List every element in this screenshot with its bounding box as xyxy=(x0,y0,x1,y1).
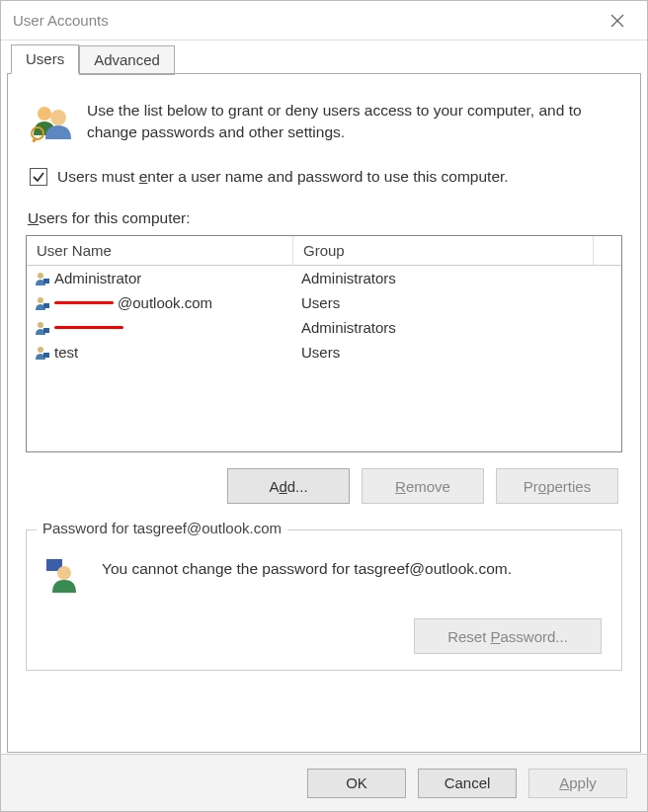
redacted-text xyxy=(54,326,123,329)
tab-panel-users: Use the list below to grant or deny user… xyxy=(7,73,641,753)
users-list-label: Users for this computer: xyxy=(28,209,620,227)
user-icon xyxy=(35,320,50,336)
tab-advanced[interactable]: Advanced xyxy=(79,45,175,75)
table-row[interactable]: Administrators xyxy=(27,315,621,340)
password-user-icon xyxy=(42,556,80,597)
group-text: Administrators xyxy=(293,319,621,336)
username-text: test xyxy=(54,344,78,361)
column-group[interactable]: Group xyxy=(293,236,594,265)
svg-point-6 xyxy=(38,273,43,279)
tab-strip: Users Advanced xyxy=(1,44,647,74)
close-icon xyxy=(610,14,624,28)
ok-button[interactable]: OK xyxy=(307,769,406,798)
redacted-text xyxy=(54,301,114,304)
intro-section: Use the list below to grant or deny user… xyxy=(30,100,618,146)
svg-point-2 xyxy=(38,107,51,121)
users-icon xyxy=(30,100,73,146)
close-button[interactable] xyxy=(598,6,637,36)
titlebar: User Accounts xyxy=(1,1,647,41)
cancel-button[interactable]: Cancel xyxy=(418,769,517,798)
reset-password-button[interactable]: Reset Password... xyxy=(414,618,602,654)
dialog-button-bar: OK Cancel Apply xyxy=(1,754,647,811)
group-text: Users xyxy=(293,344,621,361)
svg-point-12 xyxy=(38,347,43,353)
list-header[interactable]: User Name Group xyxy=(27,236,621,266)
user-icon xyxy=(35,345,50,361)
password-groupbox: Password for tasgreef@outlook.com You ca… xyxy=(26,529,622,671)
intro-text: Use the list below to grant or deny user… xyxy=(87,100,618,146)
group-text: Administrators xyxy=(293,270,621,286)
table-row[interactable]: AdministratorAdministrators xyxy=(27,266,621,290)
group-text: Users xyxy=(293,294,621,311)
user-icon xyxy=(35,295,50,311)
window-title: User Accounts xyxy=(13,12,109,29)
users-list[interactable]: User Name Group AdministratorAdministrat… xyxy=(26,235,622,452)
list-button-row: Add... Remove Properties xyxy=(26,468,618,504)
column-username[interactable]: User Name xyxy=(27,236,293,265)
svg-point-8 xyxy=(38,297,43,303)
apply-button[interactable]: Apply xyxy=(528,769,627,798)
add-button[interactable]: Add... xyxy=(227,468,350,504)
user-icon xyxy=(35,271,50,286)
svg-rect-13 xyxy=(43,353,49,358)
password-message: You cannot change the password for tasgr… xyxy=(102,554,512,578)
tab-users[interactable]: Users xyxy=(11,44,79,74)
password-legend: Password for tasgreef@outlook.com xyxy=(37,520,287,536)
username-suffix: @outlook.com xyxy=(118,294,212,311)
checkbox-icon xyxy=(30,168,47,186)
svg-rect-11 xyxy=(43,328,49,333)
must-enter-password-checkbox[interactable]: Users must enter a user name and passwor… xyxy=(30,168,618,186)
table-row[interactable]: @outlook.comUsers xyxy=(27,290,621,315)
table-row[interactable]: testUsers xyxy=(27,340,621,365)
svg-point-3 xyxy=(50,110,66,125)
svg-point-15 xyxy=(57,566,71,580)
svg-point-10 xyxy=(38,322,43,328)
svg-rect-7 xyxy=(43,279,49,284)
username-text: Administrator xyxy=(54,270,141,286)
remove-button[interactable]: Remove xyxy=(362,468,484,504)
svg-rect-9 xyxy=(43,303,49,308)
properties-button[interactable]: Properties xyxy=(496,468,618,504)
checkbox-label: Users must enter a user name and passwor… xyxy=(57,168,509,186)
